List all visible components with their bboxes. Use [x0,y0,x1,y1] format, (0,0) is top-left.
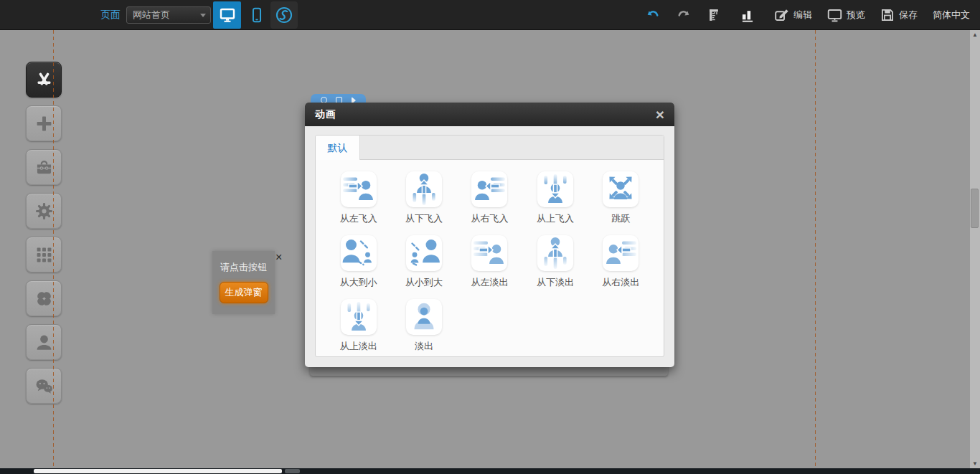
toolbar-right-group: 编辑 预览 保存 简体中文 [630,0,970,30]
anim-option-label: 从右飞入 [471,212,508,225]
tab-strip: 默认 [316,136,664,160]
animation-panel: 默认 从左飞入从下飞入从右飞入从上飞入跳跃从大到小从小到大从左淡出从下淡出从右淡… [315,135,664,357]
anim-option-label: 从上淡出 [340,340,377,353]
scroll-up-arrow-icon[interactable]: ▲ [970,30,980,39]
fade-out-top-icon[interactable] [341,299,377,335]
edit-pencil-icon [774,8,789,23]
anim-option-label: 从左淡出 [471,276,508,289]
anim-option-small-to-big[interactable]: 从小到大 [391,235,456,289]
site-builder-editor: 请点击按钮 生成弹窗 × 动画 × 默认 从左飞入从下飞入从右飞入从上飞入跳跃从… [0,0,980,474]
anim-option-fade-out-top[interactable]: 从上淡出 [326,299,391,353]
generate-popup-button[interactable]: 生成弹窗 [220,282,268,303]
sidebar-item-modules[interactable] [26,237,62,272]
language-switcher[interactable]: 简体中文 [933,9,970,22]
desktop-icon [219,6,236,24]
widget-sidebar [26,62,62,404]
ruler-button[interactable] [707,7,725,23]
fade-out-left-icon[interactable] [471,235,507,271]
sidebar-item-add-module[interactable] [26,105,62,141]
mobile-view-button[interactable] [245,1,269,29]
small-to-big-icon[interactable] [406,235,442,271]
modal-body: 默认 从左飞入从下飞入从右飞入从上飞入跳跃从大到小从小到大从左淡出从下淡出从右淡… [305,126,674,367]
app-market-icon [34,70,54,90]
preview-button[interactable]: 预览 [827,8,865,23]
animation-modal: 动画 × 默认 从左飞入从下飞入从右飞入从上飞入跳跃从大到小从小到大从左淡出从下… [305,103,674,367]
page-label: 页面 [100,9,121,22]
anim-option-label: 从下飞入 [405,212,443,225]
anim-option-fly-in-right[interactable]: 从右飞入 [457,171,522,225]
anim-option-label: 从左飞入 [340,212,377,225]
anim-option-label: 从上飞入 [537,212,574,225]
anim-option-big-to-small[interactable]: 从大到小 [326,235,391,289]
big-to-small-icon[interactable] [341,235,377,271]
horizontal-scroll-thumb-tail [285,469,300,473]
anim-option-fly-in-top[interactable]: 从上飞入 [522,171,588,225]
page-guide-left [53,30,54,468]
popup-trigger-element: 请点击按钮 生成弹窗 [212,251,275,314]
plus-icon [34,114,54,133]
anim-option-label: 淡出 [415,340,433,353]
fly-in-top-icon[interactable] [537,171,573,207]
grid-icon [34,245,54,265]
undo-button[interactable] [645,8,661,22]
anim-option-label: 跳跃 [611,212,630,225]
vertical-scroll-thumb[interactable] [971,189,979,228]
bar-chart-icon [740,7,755,23]
modal-header[interactable]: 动画 × [305,103,674,126]
anim-option-fly-in-bottom[interactable]: 从下飞入 [391,171,456,225]
tab-default[interactable]: 默认 [316,136,360,160]
ruler-icon [707,7,721,23]
anim-option-jump[interactable]: 跳跃 [588,171,654,225]
fade-out-bottom-icon[interactable] [537,235,573,271]
sidebar-item-settings[interactable] [26,193,62,229]
stats-button[interactable] [740,7,759,23]
wechat-icon [34,376,54,396]
anim-option-fade-out-left[interactable]: 从左淡出 [457,235,522,289]
gear-icon [34,202,54,221]
top-toolbar: 页面 网站首页 [0,0,980,30]
fly-in-left-icon[interactable] [341,171,377,207]
link-mode-button[interactable] [270,1,298,29]
animation-grid: 从左飞入从下飞入从右飞入从上飞入跳跃从大到小从小到大从左淡出从下淡出从右淡出从上… [316,160,664,357]
modal-title: 动画 [315,108,336,121]
redo-button[interactable] [676,8,692,22]
popup-close-icon[interactable]: × [275,252,282,263]
page-guide-right [815,30,816,468]
fly-in-right-icon[interactable] [471,171,507,207]
preview-monitor-icon [827,8,842,23]
clover-icon [34,289,54,308]
sidebar-item-app-market[interactable] [26,62,62,98]
anim-option-fade-out[interactable]: 淡出 [391,299,456,353]
sidebar-item-widgets[interactable] [26,280,62,316]
sidebar-item-member[interactable] [26,324,62,360]
modal-close-icon[interactable]: × [656,108,664,122]
anim-option-fade-out-right[interactable]: 从右淡出 [588,235,654,289]
edit-label: 编辑 [793,9,812,22]
caret-down-icon [200,14,206,17]
horizontal-scroll-thumb[interactable] [34,469,282,473]
anim-option-label: 从右淡出 [602,276,639,289]
page-select[interactable]: 网站首页 [126,6,211,24]
scroll-down-arrow-icon[interactable]: ▼ [970,459,980,468]
save-button[interactable]: 保存 [880,8,918,22]
edit-button[interactable]: 编辑 [774,8,812,23]
vertical-scrollbar[interactable]: ▲ ▼ [970,30,980,468]
fly-in-bottom-icon[interactable] [406,171,442,207]
fade-out-right-icon[interactable] [603,235,639,271]
anim-option-label: 从大到小 [340,276,377,289]
popup-prompt-text: 请点击按钮 [212,261,275,274]
fade-out-icon[interactable] [406,299,442,335]
anim-option-fly-in-left[interactable]: 从左飞入 [326,171,391,225]
user-icon [34,333,54,352]
anim-option-fade-out-bottom[interactable]: 从下淡出 [522,235,588,289]
save-label: 保存 [899,9,918,22]
sidebar-item-toolbox[interactable] [26,149,62,185]
horizontal-scrollbar[interactable] [0,468,980,474]
jump-icon[interactable] [603,171,639,207]
preview-label: 预览 [847,9,865,22]
desktop-view-button[interactable] [213,1,241,29]
sidebar-item-wechat[interactable] [26,368,62,404]
anim-option-label: 从小到大 [405,276,443,289]
page-select-value: 网站首页 [133,9,170,20]
toolbox-icon [34,158,54,177]
